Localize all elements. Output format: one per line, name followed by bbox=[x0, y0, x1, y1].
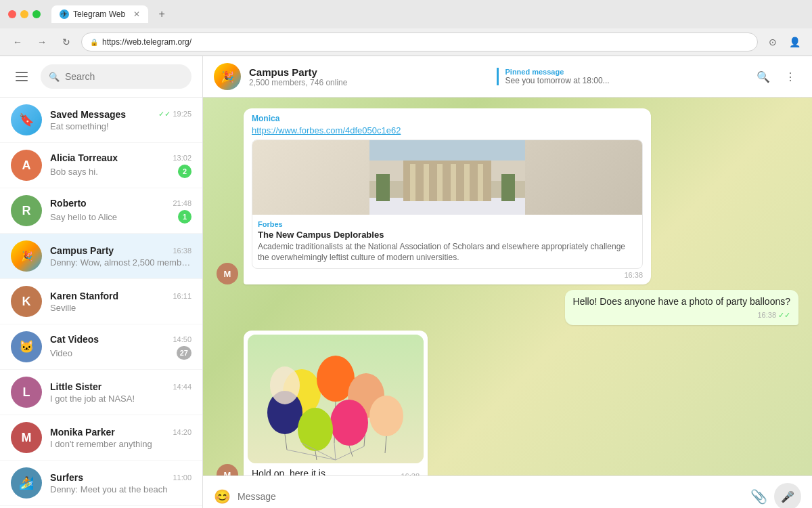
chat-name-roberto: Roberto bbox=[50, 198, 87, 209]
chat-info-saved: Saved Messages ✓✓19:25 Eat something! bbox=[50, 109, 191, 131]
svg-point-32 bbox=[270, 366, 300, 404]
reload-button[interactable]: ↻ bbox=[57, 33, 76, 51]
chat-item-alicia[interactable]: A Alicia Torreaux 13:02 Bob says hi. 2 bbox=[0, 143, 202, 188]
svg-rect-12 bbox=[478, 164, 483, 201]
svg-rect-10 bbox=[451, 164, 456, 201]
chat-header-info: Campus Party 2,500 members, 746 online bbox=[249, 66, 489, 87]
msg-text-outgoing1: Hello! Does anyone have a photo of party… bbox=[573, 295, 790, 309]
chat-name-surfers: Surfers bbox=[50, 472, 83, 483]
minimize-dot[interactable] bbox=[20, 10, 28, 18]
svg-rect-9 bbox=[437, 164, 443, 201]
chat-item-saved[interactable]: 🔖 Saved Messages ✓✓19:25 Eat something! bbox=[0, 98, 202, 143]
maximize-dot[interactable] bbox=[32, 10, 41, 18]
svg-rect-15 bbox=[376, 174, 390, 201]
chat-badge-roberto: 1 bbox=[178, 210, 191, 224]
attach-button[interactable]: 📎 bbox=[750, 488, 767, 505]
profile-icon[interactable]: 👤 bbox=[785, 33, 804, 51]
chat-header-avatar: 🎉 bbox=[214, 63, 241, 90]
msg-time-monica: 16:38 bbox=[624, 271, 643, 279]
chat-item-monika[interactable]: M Monika Parker 14:20 I don't remember a… bbox=[0, 415, 202, 461]
chat-item-catvideos[interactable]: 🐱 Cat Videos 14:50 Video 27 bbox=[0, 324, 202, 370]
browser-tab[interactable]: ✈ Telegram Web ✕ bbox=[51, 5, 148, 23]
forward-button[interactable]: → bbox=[32, 33, 51, 51]
chat-badge-catvideos: 27 bbox=[177, 346, 191, 360]
avatar-karen: K bbox=[11, 286, 42, 317]
chat-time-roberto: 21:48 bbox=[173, 199, 191, 207]
chat-header-status: 2,500 members, 746 online bbox=[249, 78, 489, 87]
back-button[interactable]: ← bbox=[8, 33, 27, 51]
tab-close-icon[interactable]: ✕ bbox=[133, 9, 140, 19]
search-box[interactable]: 🔍 bbox=[41, 64, 191, 89]
avatar-campus: 🎉 bbox=[11, 240, 42, 272]
hamburger-button[interactable] bbox=[11, 66, 32, 87]
chat-list: 🔖 Saved Messages ✓✓19:25 Eat something! … bbox=[0, 98, 202, 508]
chat-name-catvideos: Cat Videos bbox=[50, 334, 99, 345]
chat-info-surfers: Surfers 11:00 Denny: Meet you at the bea… bbox=[50, 472, 191, 494]
chat-info-karen: Karen Stanford 16:11 Seville bbox=[50, 291, 191, 313]
message-bubble-balloons: Hold on, here it is. 16:38 bbox=[244, 331, 428, 475]
chat-preview-littlesister: I got the job at NASA! bbox=[50, 394, 191, 404]
chat-badge-alicia: 2 bbox=[178, 165, 191, 178]
chat-info-campus: Campus Party 16:38 Denny: Wow, almost 2,… bbox=[50, 245, 191, 268]
chat-name-saved: Saved Messages bbox=[50, 109, 126, 120]
chat-item-roberto[interactable]: R Roberto 21:48 Say hello to Alice 1 bbox=[0, 188, 202, 234]
message-input[interactable] bbox=[238, 483, 744, 508]
address-bar[interactable]: 🔒 https://web.telegram.org/ bbox=[81, 33, 758, 51]
chat-preview-roberto: Say hello to Alice bbox=[50, 212, 178, 222]
svg-rect-14 bbox=[369, 140, 525, 161]
search-input[interactable] bbox=[65, 71, 183, 82]
link-title: The New Campus Deplorables bbox=[258, 230, 637, 240]
search-icon: 🔍 bbox=[49, 72, 60, 82]
chat-name-karen: Karen Stanford bbox=[50, 291, 118, 301]
msg-text-balloons: Hold on, here it is. bbox=[252, 467, 328, 475]
balloons-image bbox=[248, 335, 424, 463]
svg-point-26 bbox=[330, 400, 368, 446]
chat-item-campus[interactable]: 🎉 Campus Party 16:38 Denny: Wow, almost … bbox=[0, 234, 202, 279]
chat-name-alicia: Alicia Torreaux bbox=[50, 152, 118, 163]
svg-rect-1 bbox=[16, 76, 28, 77]
link-preview-content: Forbes The New Campus Deplorables Academ… bbox=[252, 215, 642, 268]
msg-link-monica[interactable]: https://www.forbes.com/4dfe050c1e62 bbox=[252, 125, 643, 135]
msg-check-outgoing1: ✓✓ bbox=[778, 311, 790, 320]
svg-rect-0 bbox=[16, 72, 28, 73]
svg-rect-11 bbox=[464, 164, 470, 201]
chat-time-catvideos: 14:50 bbox=[173, 335, 191, 343]
more-options-button[interactable]: ⋮ bbox=[780, 66, 801, 87]
forbes-preview-image bbox=[252, 140, 642, 215]
chat-preview-alicia: Bob says hi. bbox=[50, 167, 178, 177]
close-dot[interactable] bbox=[8, 10, 16, 18]
message-wrapper-outgoing1: Hello! Does anyone have a photo of party… bbox=[217, 290, 798, 325]
message-bubble-monica: Monica https://www.forbes.com/4dfe050c1e… bbox=[244, 108, 651, 284]
chat-preview-monika: I don't remember anything bbox=[50, 439, 191, 449]
messages-area: M Monica https://www.forbes.com/4dfe050c… bbox=[203, 98, 812, 475]
chat-preview-campus: Denny: Wow, almost 2,500 members! bbox=[50, 257, 191, 268]
chat-time-monika: 14:20 bbox=[173, 428, 191, 436]
avatar-littlesister: L bbox=[11, 377, 42, 408]
avatar-alicia: A bbox=[11, 150, 42, 181]
avatar-saved: 🔖 bbox=[11, 104, 42, 135]
checkmarks-saved: ✓✓ bbox=[158, 110, 171, 118]
chat-input-bar: 😊 📎 🎤 bbox=[203, 475, 812, 508]
chat-item-karen[interactable]: K Karen Stanford 16:11 Seville bbox=[0, 279, 202, 324]
message-bubble-outgoing1: Hello! Does anyone have a photo of party… bbox=[565, 290, 798, 325]
chat-preview-catvideos: Video bbox=[50, 348, 177, 358]
chat-time-alicia: 13:02 bbox=[173, 154, 191, 162]
browser-chrome: ✈ Telegram Web ✕ + ← → ↻ 🔒 https://web.t… bbox=[0, 0, 812, 56]
chat-info-roberto: Roberto 21:48 Say hello to Alice 1 bbox=[50, 198, 191, 224]
history-icon[interactable]: ⊙ bbox=[763, 33, 782, 51]
msg-sender-monica: Monica bbox=[252, 114, 643, 123]
chat-name-campus: Campus Party bbox=[50, 245, 114, 256]
chat-info-monika: Monika Parker 14:20 I don't remember any… bbox=[50, 427, 191, 449]
chat-preview-saved: Eat something! bbox=[50, 121, 191, 131]
new-tab-button[interactable]: + bbox=[154, 6, 170, 22]
svg-rect-7 bbox=[410, 164, 415, 201]
microphone-button[interactable]: 🎤 bbox=[774, 483, 801, 508]
chat-item-littlesister[interactable]: L Little Sister 14:44 I got the job at N… bbox=[0, 370, 202, 415]
chat-item-surfers[interactable]: 🏄 Surfers 11:00 Denny: Meet you at the b… bbox=[0, 461, 202, 506]
browser-actions: ⊙ 👤 bbox=[763, 33, 804, 51]
search-messages-button[interactable]: 🔍 bbox=[752, 66, 774, 87]
pinned-message-bar[interactable]: Pinned message See you tomorrow at 18:00… bbox=[497, 68, 745, 85]
emoji-button[interactable]: 😊 bbox=[214, 488, 231, 505]
url-text: https://web.telegram.org/ bbox=[102, 37, 191, 47]
chat-header-name: Campus Party bbox=[249, 66, 489, 78]
